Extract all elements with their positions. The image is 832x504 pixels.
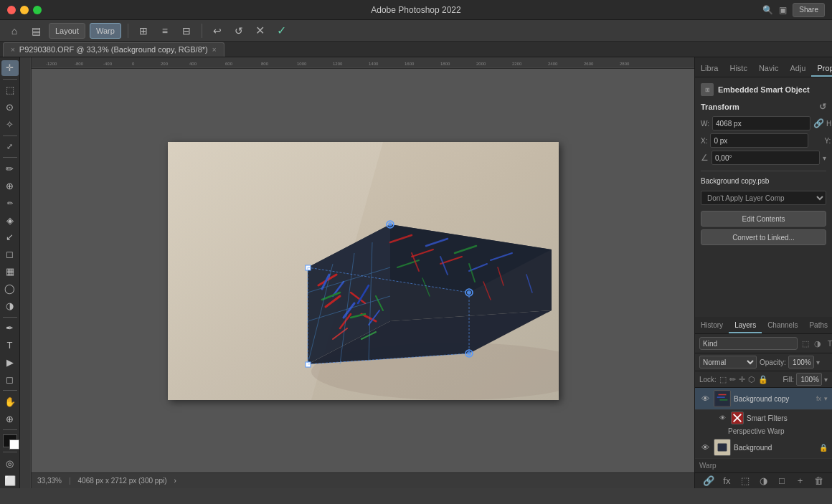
lock-all-icon[interactable]: 🔒 [758, 375, 768, 384]
hand-tool[interactable]: ✋ [1, 394, 19, 409]
opacity-input[interactable] [788, 356, 814, 369]
tab-libra[interactable]: Libra [695, 61, 724, 77]
history-tab[interactable]: History [695, 318, 729, 333]
canvas-area[interactable]: -1200 -800 -400 0 200 400 600 800 1000 1… [20, 57, 694, 488]
tab-histc[interactable]: Histc [724, 61, 752, 77]
transform-section: Transform ↺ [701, 102, 826, 112]
w-input[interactable] [712, 116, 810, 130]
tab-navic[interactable]: Navic [753, 61, 785, 77]
crop-tool[interactable]: ⤢ [1, 139, 19, 155]
link-icon[interactable]: 🔗 [813, 118, 823, 128]
maximize-button[interactable] [33, 6, 42, 14]
link-layers-button[interactable]: 🔗 [701, 475, 716, 488]
fill-input[interactable] [796, 373, 822, 386]
panels-icon[interactable]: ▣ [779, 5, 787, 15]
traffic-lights[interactable] [7, 6, 42, 14]
marquee-tool[interactable]: ⬚ [1, 82, 19, 98]
filter-type-icon[interactable]: T [825, 338, 832, 348]
paths-tab[interactable]: Paths [803, 318, 832, 333]
search-icon[interactable]: 🔍 [762, 5, 773, 15]
lasso-tool[interactable]: ⊙ [1, 100, 19, 115]
info-arrow[interactable]: › [174, 477, 176, 485]
zoom-tool[interactable]: ⊕ [1, 411, 19, 427]
opacity-arrow[interactable]: ▾ [816, 358, 820, 366]
home-icon[interactable]: ⌂ [6, 23, 23, 39]
new-group-button[interactable]: □ [775, 475, 789, 488]
new-layer-button[interactable]: + [793, 475, 808, 488]
channels-tab[interactable]: Channels [762, 318, 803, 333]
layer-comp-select[interactable]: Don't Apply Layer Comp [701, 191, 826, 205]
magic-wand-tool[interactable]: ✧ [1, 117, 19, 133]
layer-item-background-copy[interactable]: 👁 Background copy fx ▾ [695, 388, 832, 410]
grid-icon[interactable]: ⊞ [135, 23, 152, 39]
layer-visibility-toggle[interactable]: 👁 [699, 393, 711, 404]
canvas-document[interactable] [168, 142, 559, 400]
filter-adjust-icon[interactable]: ◑ [813, 338, 823, 348]
share-button[interactable]: Share [793, 3, 825, 17]
stamp-tool[interactable]: ◈ [1, 212, 19, 228]
lock-paint-icon[interactable]: ✏ [729, 375, 736, 384]
eraser-tool[interactable]: ◻ [1, 247, 19, 262]
blur-tool[interactable]: ◯ [1, 281, 19, 297]
angle-dropdown[interactable]: ▾ [823, 154, 826, 162]
layer-expand-arrow[interactable]: ▾ [824, 395, 828, 402]
edit-contents-button[interactable]: Edit Contents [701, 211, 826, 227]
blend-mode-select[interactable]: Normal Multiply Screen [699, 356, 757, 369]
foreground-color[interactable] [3, 434, 17, 447]
pen-tool[interactable]: ✒ [1, 320, 19, 336]
smart-filters-visibility[interactable]: 👁 [717, 412, 728, 424]
reset-transform-icon[interactable]: ↺ [819, 102, 826, 112]
workspace-icon[interactable]: ▤ [27, 23, 44, 39]
dodge-tool[interactable]: ◑ [1, 298, 19, 314]
perspective-warp-item[interactable]: Perspective Warp [695, 426, 832, 437]
fill-arrow[interactable]: ▾ [824, 376, 828, 384]
tab-close-button[interactable]: × [212, 46, 217, 54]
path-select-tool[interactable]: ▶ [1, 354, 19, 370]
history-brush[interactable]: ↙ [1, 229, 19, 245]
healing-tool[interactable]: ⊕ [1, 178, 19, 194]
confirm-button[interactable]: ✓ [273, 23, 290, 39]
x-input[interactable] [710, 133, 808, 148]
quick-mask-tool[interactable]: ◎ [1, 455, 19, 471]
add-mask-button[interactable]: ⬚ [738, 475, 752, 488]
gradient-tool[interactable]: ▦ [1, 264, 19, 280]
cancel-button[interactable]: ✕ [252, 23, 269, 39]
layers-search: ⬚ ◑ T ◻ ⊞ [695, 334, 832, 353]
minimize-button[interactable] [20, 6, 29, 14]
shape-tool[interactable]: ◻ [1, 371, 19, 387]
close-button[interactable] [7, 6, 16, 14]
move-tool[interactable]: ✛ [1, 60, 19, 76]
background-color[interactable] [9, 439, 19, 450]
lock-artboard-icon[interactable]: ⬡ [748, 375, 755, 384]
eyedropper-tool[interactable]: ✏ [1, 161, 19, 176]
arrange-icon[interactable]: ⊟ [178, 23, 195, 39]
tab-properties[interactable]: Properties [811, 61, 832, 77]
list-icon[interactable]: ≡ [156, 23, 174, 39]
reset-icon[interactable]: ↺ [230, 23, 247, 39]
lock-position-icon[interactable]: ✛ [739, 375, 745, 384]
undo-icon[interactable]: ↩ [209, 23, 226, 39]
layer-item-background[interactable]: 👁 Background 🔒 [695, 437, 832, 459]
delete-layer-button[interactable]: 🗑 [811, 475, 826, 488]
screen-mode[interactable]: ⬜ [1, 472, 19, 488]
type-tool[interactable]: T [1, 337, 19, 353]
layers-tab[interactable]: Layers [729, 318, 762, 333]
lock-transparent-icon[interactable]: ⬚ [719, 375, 727, 384]
add-fx-button[interactable]: fx [719, 475, 734, 488]
properties-content: ⊞ Embedded Smart Object Transform ↺ W: 🔗… [695, 77, 832, 317]
tool-separator4 [3, 317, 17, 318]
new-fill-layer-button[interactable]: ◑ [756, 475, 770, 488]
status-separator: | [69, 477, 71, 485]
layout-button[interactable]: Layout [49, 23, 85, 39]
warp-button[interactable]: Warp [90, 23, 121, 39]
smart-filters-item[interactable]: 👁 Smart Filters [695, 410, 832, 426]
psb-label: Background copy.psb [701, 177, 769, 185]
convert-to-linked-button[interactable]: Convert to Linked... [701, 229, 826, 245]
brush-tool[interactable]: ✏ [1, 195, 19, 211]
filter-pixel-icon[interactable]: ⬚ [800, 338, 810, 348]
document-tab[interactable]: × P9290380.ORF @ 33,3% (Background copy,… [3, 42, 224, 57]
tab-adju[interactable]: Adju [784, 61, 811, 77]
layers-search-input[interactable] [699, 337, 798, 350]
angle-input[interactable] [712, 151, 820, 165]
bg-layer-visibility[interactable]: 👁 [699, 442, 711, 453]
